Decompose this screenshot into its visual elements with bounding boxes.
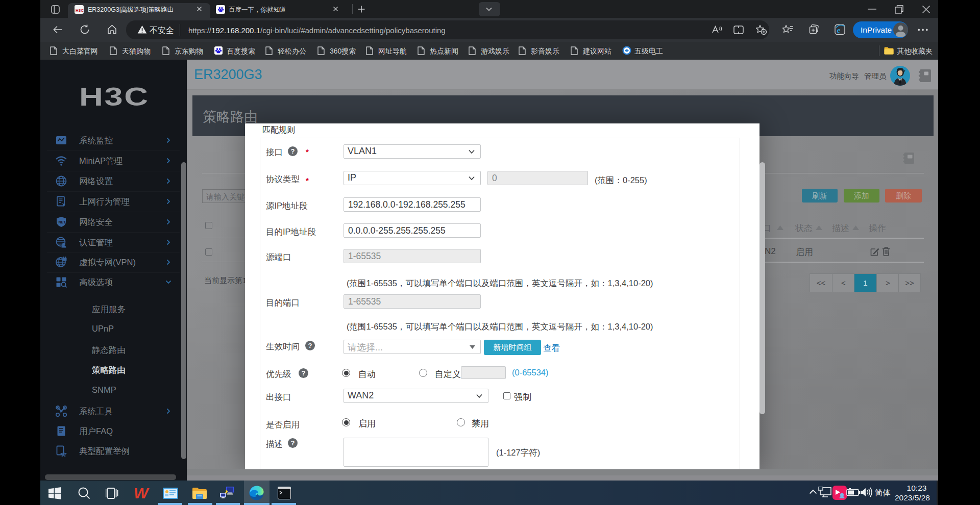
svg-text:e: e <box>837 26 841 34</box>
svg-text:NET: NET <box>59 220 66 224</box>
